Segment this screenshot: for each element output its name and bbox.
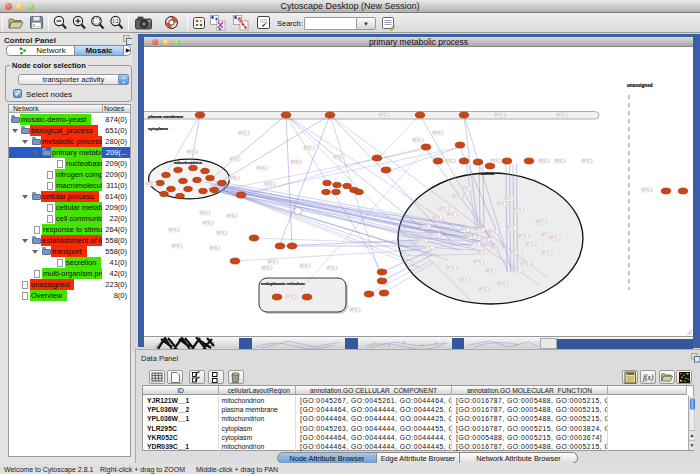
- svg-text:endoplasmic reticulum: endoplasmic reticulum: [261, 281, 305, 286]
- svg-text:GO:0(...): GO:0(...): [492, 246, 502, 250]
- svg-text:GO:0(...): GO:0(...): [497, 202, 507, 206]
- svg-text:f(x): f(x): [643, 373, 654, 382]
- svg-text:GO:0(...): GO:0(...): [495, 113, 505, 117]
- svg-text:GO:0(...): GO:0(...): [447, 213, 457, 217]
- svg-text:GO:0(...): GO:0(...): [642, 188, 652, 192]
- svg-text:GO:0(...): GO:0(...): [550, 236, 560, 240]
- svg-text:GO:0(...): GO:0(...): [146, 182, 156, 186]
- svg-text:GO:0(...): GO:0(...): [262, 266, 272, 270]
- svg-text:GO:0(...): GO:0(...): [467, 235, 477, 239]
- svg-text:GO:0(...): GO:0(...): [478, 250, 488, 254]
- svg-text:GO:0(...): GO:0(...): [286, 295, 296, 299]
- svg-text:GO:0(...): GO:0(...): [539, 159, 549, 163]
- svg-text:GO:0(...): GO:0(...): [424, 246, 434, 250]
- svg-text:GO:0(...): GO:0(...): [433, 216, 443, 220]
- svg-text:GO:0(...): GO:0(...): [460, 278, 470, 282]
- svg-text:GO:0(...): GO:0(...): [304, 146, 314, 150]
- svg-text:GO:0(...): GO:0(...): [475, 228, 485, 232]
- svg-text:GO:0(...): GO:0(...): [413, 138, 423, 142]
- svg-text:GO:0(...): GO:0(...): [498, 282, 508, 286]
- svg-text:GO:0(...): GO:0(...): [557, 113, 567, 117]
- svg-text:GO:0(...): GO:0(...): [431, 233, 441, 237]
- svg-text:GO:0(...): GO:0(...): [582, 159, 592, 163]
- svg-text:GO:0(...): GO:0(...): [200, 211, 210, 215]
- svg-text:GO:0(...): GO:0(...): [291, 160, 301, 164]
- svg-text:GO:0(...): GO:0(...): [445, 159, 455, 163]
- svg-text:GO:0(...): GO:0(...): [519, 234, 529, 238]
- svg-text:GO:0(...): GO:0(...): [479, 287, 489, 291]
- svg-text:GO:0(...): GO:0(...): [453, 194, 463, 198]
- svg-text:GO:0(...): GO:0(...): [239, 131, 249, 135]
- svg-text:GO:0(...): GO:0(...): [447, 266, 457, 270]
- svg-text:GO:0(...): GO:0(...): [542, 251, 552, 255]
- svg-text:GO:0(...): GO:0(...): [471, 242, 481, 246]
- svg-text:1:1: 1:1: [112, 19, 119, 24]
- svg-text:GO:0(...): GO:0(...): [512, 250, 522, 254]
- svg-text:GO:0(...): GO:0(...): [217, 231, 227, 235]
- svg-text:GO:0(...): GO:0(...): [268, 260, 278, 264]
- svg-text:GO:0(...): GO:0(...): [474, 260, 484, 264]
- svg-text:GO:0(...): GO:0(...): [418, 239, 428, 243]
- svg-text:GO:0(...): GO:0(...): [210, 246, 220, 250]
- svg-text:cytoplasm: cytoplasm: [148, 126, 168, 131]
- svg-text:mitochondrion: mitochondrion: [174, 160, 203, 165]
- svg-text:GO:0(...): GO:0(...): [379, 113, 389, 117]
- svg-text:unassigned: unassigned: [627, 83, 653, 88]
- svg-text:GO:0(...): GO:0(...): [300, 264, 310, 268]
- svg-text:GO:0(...): GO:0(...): [350, 308, 360, 312]
- svg-text:GO:0(...): GO:0(...): [257, 166, 267, 170]
- svg-text:GO:0(...): GO:0(...): [187, 150, 197, 154]
- svg-text:GO:0(...): GO:0(...): [491, 159, 501, 163]
- svg-text:GO:0(...): GO:0(...): [439, 207, 449, 211]
- svg-text:GO:0(...): GO:0(...): [462, 187, 472, 191]
- svg-text:GO:0(...): GO:0(...): [169, 228, 179, 232]
- svg-text:GO:0(...): GO:0(...): [514, 208, 524, 212]
- svg-text:GO:0(...): GO:0(...): [327, 266, 337, 270]
- svg-text:plasma membrane: plasma membrane: [148, 114, 184, 119]
- svg-text:GO:0(...): GO:0(...): [334, 155, 344, 159]
- svg-text:GO:0(...): GO:0(...): [526, 242, 536, 246]
- svg-text:GO:0(...): GO:0(...): [555, 159, 565, 163]
- svg-text:GO:0(...): GO:0(...): [536, 220, 546, 224]
- svg-text:GO:0(...): GO:0(...): [230, 157, 240, 161]
- svg-text:GO:0(...): GO:0(...): [504, 197, 514, 201]
- svg-text:GO:0(...): GO:0(...): [481, 238, 491, 242]
- svg-text:GO:0(...): GO:0(...): [512, 269, 522, 273]
- svg-text:GO:0(...): GO:0(...): [433, 131, 443, 135]
- svg-text:GO:0(...): GO:0(...): [486, 269, 496, 273]
- svg-text:GO:0(...): GO:0(...): [265, 182, 275, 186]
- svg-text:GO:0(...): GO:0(...): [521, 262, 531, 266]
- svg-text:nucleus: nucleus: [479, 171, 495, 176]
- svg-text:GO:0(...): GO:0(...): [203, 221, 213, 225]
- svg-text:GO:0(...): GO:0(...): [460, 228, 470, 232]
- svg-text:GO:0(...): GO:0(...): [507, 226, 517, 230]
- svg-text:GO:0(...): GO:0(...): [489, 230, 499, 234]
- svg-text:GO:0(...): GO:0(...): [172, 244, 182, 248]
- svg-text:GO:0(...): GO:0(...): [229, 176, 239, 180]
- svg-text:GO:0(...): GO:0(...): [421, 225, 431, 229]
- svg-text:GO:0(...): GO:0(...): [227, 214, 237, 218]
